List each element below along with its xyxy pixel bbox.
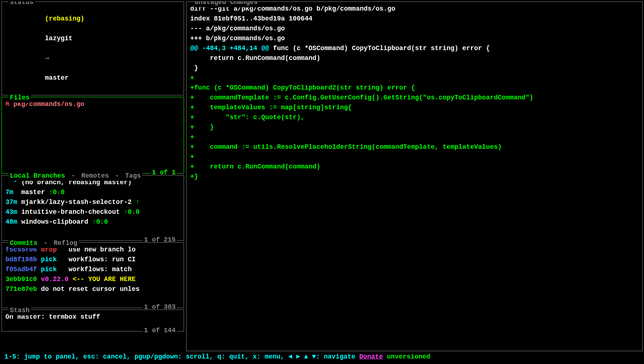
unversioned-label: unversioned — [383, 353, 430, 360]
repo-name: lazygit — [45, 35, 73, 42]
branch-entry[interactable]: 48m windows-clipboard ↑0↓0 — [5, 217, 180, 227]
diff-line[interactable]: return c.RunCommand(command) — [190, 53, 639, 63]
diff-line[interactable]: + templateValues := map[string]string{ — [190, 103, 639, 113]
diff-line[interactable]: + command := utils.ResolvePlaceholderStr… — [190, 142, 639, 152]
diff-panel[interactable]: Unstaged Changes diff --git a/pkg/comman… — [186, 1, 643, 351]
status-panel[interactable]: Status (rebasing) lazygit → master — [1, 1, 184, 95]
nav-arrows-icon: ◄ ► ▲ ▼ — [288, 353, 316, 360]
commit-entry[interactable]: f05adb4f pick workflows: match — [5, 265, 180, 274]
stash-panel[interactable]: Stash On master: termbox stuff 1 of 144 — [1, 310, 184, 331]
commit-entry[interactable]: bd8f198b pick workflows: run CI — [5, 255, 180, 265]
arrow-icon: → — [45, 54, 49, 62]
help-bar: 1-5: jump to panel, esc: cancel, pgup/pg… — [1, 351, 643, 363]
branch-name: master — [45, 74, 69, 81]
branch-entry[interactable]: 43m intuitive-branch-checkout ↑0↓0 — [5, 207, 180, 217]
diff-line[interactable]: + "str": c.Quote(str), — [190, 113, 639, 122]
diff-line[interactable]: +func (c *OSCommand) CopyToClipboard2(st… — [190, 83, 639, 93]
diff-line[interactable]: @@ -484,3 +484,14 @@ func (c *OSCommand)… — [190, 43, 639, 53]
files-title: Files — [8, 93, 31, 103]
status-line: (rebasing) lazygit → master — [5, 4, 180, 93]
branch-entry[interactable]: 7m master ↑0↓0 — [5, 187, 180, 197]
stash-title: Stash — [8, 306, 31, 315]
diff-line[interactable]: --- a/pkg/commands/os.go — [190, 24, 639, 34]
diff-title: Unstaged Changes — [193, 1, 259, 7]
diff-line[interactable]: + — [190, 73, 639, 83]
tab-tags[interactable]: Tags — [125, 172, 141, 179]
rebasing-label: (rebasing) — [45, 15, 84, 22]
diff-line[interactable]: + — [190, 152, 639, 162]
diff-line[interactable]: +++ b/pkg/commands/os.go — [190, 34, 639, 43]
branches-panel[interactable]: Local Branches - Remotes - Tags * (no br… — [1, 175, 184, 241]
commit-entry[interactable]: 3ebb91c0 v0.22.0 <-- YOU ARE HERE — [5, 274, 180, 284]
tab-remotes[interactable]: Remotes — [81, 172, 109, 179]
diff-line[interactable]: index 81ebf951..43bed19a 100644 — [190, 14, 639, 24]
diff-line[interactable]: + } — [190, 122, 639, 132]
stash-entry[interactable]: On master: termbox stuff — [5, 312, 180, 322]
status-title: Status — [8, 1, 35, 7]
commits-panel[interactable]: Commits - Reflog f5c55f06 drop use new b… — [1, 242, 184, 308]
diff-line[interactable]: } — [190, 63, 639, 73]
tab-local-branches[interactable]: Local Branches — [10, 172, 65, 179]
help-text: 1-5: jump to panel, esc: cancel, pgup/pg… — [4, 353, 288, 360]
diff-line[interactable]: + commandTemplate := c.Config.GetUserCon… — [190, 93, 639, 103]
commit-entry[interactable]: 771e87eb do not reset cursor unles — [5, 284, 180, 294]
tab-reflog[interactable]: Reflog — [54, 239, 77, 247]
branch-entry[interactable]: 37m mjarkk/lazy-stash-selector-2 ↑ — [5, 197, 180, 207]
diff-line[interactable]: + — [190, 132, 639, 142]
commits-tabs: Commits - Reflog — [8, 238, 79, 248]
stash-footer: 1 of 144 — [143, 326, 177, 335]
donate-link[interactable]: Donate — [359, 353, 383, 360]
branches-tabs: Local Branches - Remotes - Tags — [8, 171, 142, 181]
diff-line[interactable]: +} — [190, 172, 639, 182]
diff-line[interactable]: + return c.RunCommand(command) — [190, 162, 639, 172]
file-entry[interactable]: M pkg/commands/os.go — [5, 99, 180, 109]
tab-commits[interactable]: Commits — [10, 239, 38, 247]
files-panel[interactable]: Files M pkg/commands/os.go 1 of 1 — [1, 97, 184, 174]
nav-text: : navigate — [316, 353, 359, 360]
